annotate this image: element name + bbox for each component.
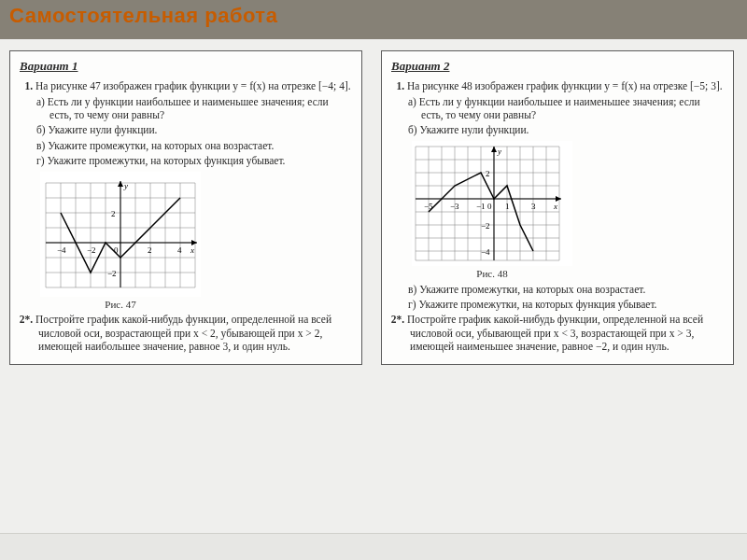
figure-48-wrap: −5 −3 −1 1 3 2 −2 −4 0 x y Рис. 48 xyxy=(412,141,724,281)
v2-q1-num: 1. xyxy=(391,79,404,92)
v1-q1-text: На рисунке 47 изображен график функции y… xyxy=(35,80,351,91)
fig48-tick-x-m1: −1 xyxy=(476,202,486,211)
v2-q2-num: 2*. xyxy=(391,313,404,326)
fig48-origin: 0 xyxy=(487,202,492,211)
variant-2-label: Вариант 2 xyxy=(391,59,724,74)
v1-q2: 2*. Постройте график какой-нибудь функци… xyxy=(38,313,352,353)
fig47-tick-x-m4: −4 xyxy=(57,245,66,255)
v1-q1: 1. На рисунке 47 изображен график функци… xyxy=(38,79,352,92)
v2-q1d: г) Укажите промежутки, на которых функци… xyxy=(421,298,724,311)
v2-q1: 1. На рисунке 48 изображен график функци… xyxy=(410,79,724,92)
v2-q2: 2*. Постройте график какой-нибудь функци… xyxy=(410,313,724,353)
fig48-xlabel: x xyxy=(553,202,557,211)
svg-marker-48 xyxy=(491,147,497,152)
fig47-xlabel: x xyxy=(190,245,194,255)
v1-q1-num: 1. xyxy=(20,79,33,92)
figure-48: −5 −3 −1 1 3 2 −2 −4 0 x y xyxy=(412,141,572,266)
fig47-origin: 0 xyxy=(114,245,119,255)
v2-q1c: в) Укажите промежутки, на которых она во… xyxy=(421,283,724,296)
variant-1-card: Вариант 1 1. На рисунке 47 изображен гра… xyxy=(9,50,362,365)
fig47-ylabel: y xyxy=(123,181,128,190)
fig48-ylabel: y xyxy=(497,147,501,156)
v1-q2-num: 2*. xyxy=(20,313,33,326)
figure-47: −4 −2 2 4 2 −2 0 x y xyxy=(40,172,201,297)
fig47-caption: Рис. 47 xyxy=(40,299,201,312)
footer-bar xyxy=(0,533,747,560)
fig47-tick-y-m2: −2 xyxy=(107,269,117,278)
fig48-tick-y-2: 2 xyxy=(486,169,490,178)
figure-47-wrap: −4 −2 2 4 2 −2 0 x y Рис. 47 xyxy=(40,172,352,312)
v1-q1c: в) Укажите промежутки, на которых она во… xyxy=(49,139,352,152)
fig48-tick-x-m3: −3 xyxy=(450,202,459,211)
v2-q2-text: Постройте график какой-нибудь функции, о… xyxy=(407,314,703,352)
title-bar: Самостоятельная работа xyxy=(0,0,747,39)
v2-q1-text: На рисунке 48 изображен график функции y… xyxy=(407,80,723,91)
fig47-axes xyxy=(46,181,197,287)
fig47-tick-x-m2: −2 xyxy=(87,245,96,255)
v2-q1a: а) Есть ли у функции наибольшее и наимен… xyxy=(421,95,724,122)
fig47-tick-x-4: 4 xyxy=(177,245,182,255)
fig47-tick-x-2: 2 xyxy=(148,245,152,255)
v1-q1a: а) Есть ли у функции наибольшее и наимен… xyxy=(49,95,352,122)
svg-marker-22 xyxy=(118,181,123,187)
v1-q1b: б) Укажите нули функции. xyxy=(49,123,352,136)
fig48-tick-y-m4: −4 xyxy=(481,247,490,257)
content-container: Вариант 1 1. На рисунке 47 изображен гра… xyxy=(0,39,747,376)
fig47-tick-y-2: 2 xyxy=(111,209,116,218)
v1-q1d: г) Укажите промежутки, на которых функци… xyxy=(49,154,352,167)
v2-q1b: б) Укажите нули функции. xyxy=(421,123,724,136)
variant-1-label: Вариант 1 xyxy=(20,59,352,74)
fig48-tick-x-m5: −5 xyxy=(424,202,433,211)
fig48-tick-y-m2: −2 xyxy=(481,221,490,231)
variant-2-card: Вариант 2 1. На рисунке 48 изображен гра… xyxy=(381,50,734,365)
fig48-caption: Рис. 48 xyxy=(412,268,572,281)
fig48-tick-x-1: 1 xyxy=(505,202,510,211)
v1-q2-text: Постройте график какой-нибудь функции, о… xyxy=(35,314,331,352)
page-title: Самостоятельная работа xyxy=(9,4,277,27)
fig48-tick-x-3: 3 xyxy=(531,202,536,211)
